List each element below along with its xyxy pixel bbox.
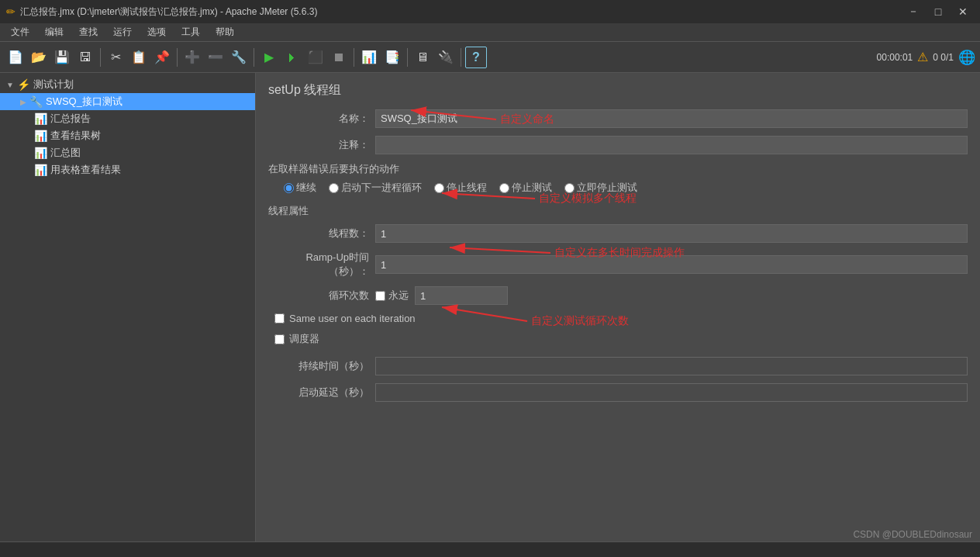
tree-node-results[interactable]: 📊 查看结果树	[0, 127, 255, 144]
statusbar	[0, 541, 980, 557]
results-icon: 📊	[34, 130, 47, 142]
menu-find[interactable]: 查找	[71, 24, 105, 40]
same-user-checkbox[interactable]	[274, 313, 285, 323]
radio-continue[interactable]: 继续	[284, 181, 316, 195]
toolbar-copy[interactable]: 📋	[128, 47, 150, 68]
tree-node-chart-label: 汇总图	[50, 146, 81, 160]
radio-next-loop[interactable]: 启动下一进程循环	[329, 181, 422, 195]
radio-stop-test[interactable]: 停止测试	[499, 181, 552, 195]
scheduler-row: 调度器	[268, 332, 968, 346]
toolbar-globe-icon[interactable]: 🌐	[958, 49, 975, 66]
tree-panel: ▼ ⚡ 测试计划 ▶ 🔧 SWSQ_接口测试 📊 汇总报告 📊 查看结果树	[0, 73, 256, 541]
toolbar-save-all[interactable]: 🖫	[74, 47, 96, 68]
same-user-label[interactable]: Same user on each iteration	[289, 313, 416, 324]
toolbar-help[interactable]: ?	[465, 47, 487, 68]
ramp-up-row: Ramp-Up时间（秒）：	[268, 251, 968, 278]
toolbar-report[interactable]: 📊	[358, 47, 380, 68]
tree-root-label: 测试计划	[33, 78, 74, 92]
section-title: setUp 线程组	[268, 82, 968, 99]
thread-count-input[interactable]	[375, 224, 968, 243]
toolbar-stop[interactable]: ⬛	[305, 47, 326, 68]
radio-stop-now[interactable]: 立即停止测试	[564, 181, 637, 195]
error-section-label: 在取样器错误后要执行的动作	[268, 162, 963, 176]
delay-row: 启动延迟（秒）	[268, 383, 968, 402]
delay-label: 启动延迟（秒）	[268, 386, 369, 400]
menubar: 文件 编辑 查找 运行 选项 工具 帮助	[0, 23, 980, 42]
window-controls: － □ ✕	[902, 4, 974, 19]
toolbar-remote-start[interactable]: 🔌	[435, 47, 457, 68]
test-tree: ▼ ⚡ 测试计划 ▶ 🔧 SWSQ_接口测试 📊 汇总报告 📊 查看结果树	[0, 73, 255, 182]
toolbar-open[interactable]: 📂	[28, 47, 50, 68]
menu-help[interactable]: 帮助	[208, 24, 242, 40]
toolbar-counter: 0 0/1	[933, 52, 954, 63]
toolbar-sep5	[407, 48, 408, 67]
comment-input[interactable]	[375, 136, 968, 154]
app-icon: ✏	[6, 5, 16, 18]
toolbar-add[interactable]: ➕	[181, 47, 203, 68]
config-panel: setUp 线程组 名称： 注释： 在取样器错误后要执行的动作 继续 启动下一进…	[256, 73, 980, 541]
main-layout: ▼ ⚡ 测试计划 ▶ 🔧 SWSQ_接口测试 📊 汇总报告 📊 查看结果树	[0, 73, 980, 541]
loop-forever-checkbox[interactable]	[375, 291, 385, 301]
tree-node-table-label: 用表格查看结果	[50, 163, 121, 177]
toolbar-start-no-pause[interactable]: ⏵	[281, 47, 303, 68]
scheduler-checkbox[interactable]	[274, 334, 285, 344]
menu-file[interactable]: 文件	[3, 24, 37, 40]
menu-tools[interactable]: 工具	[174, 24, 208, 40]
swsq-expand-arrow: ▶	[20, 98, 26, 106]
menu-options[interactable]: 选项	[140, 24, 174, 40]
tree-root-item[interactable]: ▼ ⚡ 测试计划	[0, 76, 255, 93]
tree-node-results-label: 查看结果树	[50, 129, 101, 143]
toolbar-new[interactable]: 📄	[5, 47, 26, 68]
toolbar-timer: 00:00:01	[877, 52, 913, 63]
titlebar: ✏ 汇总报告.jmx (D:\jmeter\测试报告\汇总报告.jmx) - A…	[0, 0, 980, 23]
tree-node-swsq-label: SWSQ_接口测试	[46, 95, 122, 109]
comment-row: 注释：	[268, 136, 968, 154]
duration-label: 持续时间（秒）	[268, 359, 369, 373]
toolbar-remote[interactable]: 🖥	[412, 47, 433, 68]
toolbar-paste[interactable]: 📌	[151, 47, 173, 68]
menu-edit[interactable]: 编辑	[37, 24, 71, 40]
loop-label: 循环次数	[268, 289, 369, 303]
tree-node-summary-label: 汇总报告	[50, 112, 91, 126]
tree-node-table[interactable]: 📊 用表格查看结果	[0, 161, 255, 178]
toolbar-remove[interactable]: ➖	[205, 47, 226, 68]
toolbar-templates[interactable]: 📑	[381, 47, 403, 68]
toolbar-shutdown[interactable]: ⏹	[328, 47, 350, 68]
toolbar-clear[interactable]: 🔧	[228, 47, 250, 68]
delay-input[interactable]	[375, 383, 968, 402]
comment-label: 注释：	[268, 138, 369, 152]
name-input[interactable]	[375, 109, 968, 128]
menu-run[interactable]: 运行	[105, 24, 140, 40]
toolbar-sep2	[177, 48, 178, 67]
tree-node-chart[interactable]: 📊 汇总图	[0, 144, 255, 161]
tree-node-summary[interactable]: 📊 汇总报告	[0, 110, 255, 127]
swsq-icon: 🔧	[29, 95, 43, 108]
toolbar-cut[interactable]: ✂	[105, 47, 126, 68]
loop-forever-label[interactable]: 永远	[375, 289, 409, 303]
thread-attr-label: 线程属性	[268, 204, 968, 218]
ramp-up-label: Ramp-Up时间（秒）：	[268, 251, 369, 278]
toolbar-sep4	[354, 48, 354, 67]
root-expand-arrow: ▼	[6, 81, 14, 89]
loop-forever-text: 永远	[388, 289, 409, 303]
name-label: 名称：	[268, 112, 369, 126]
duration-input[interactable]	[375, 357, 968, 375]
ramp-up-input[interactable]	[375, 255, 968, 274]
maximize-button[interactable]: □	[927, 4, 949, 19]
close-button[interactable]: ✕	[952, 4, 974, 19]
watermark: CSDN @DOUBLEDdinosaur	[853, 529, 972, 540]
tree-node-swsq[interactable]: ▶ 🔧 SWSQ_接口测试	[0, 93, 255, 110]
minimize-button[interactable]: －	[902, 4, 924, 19]
same-user-row: Same user on each iteration	[268, 313, 968, 324]
scheduler-label[interactable]: 调度器	[289, 332, 319, 346]
toolbar-start[interactable]: ▶	[258, 47, 280, 68]
toolbar-warning-icon: ⚠	[917, 50, 928, 64]
toolbar: 📄 📂 💾 🖫 ✂ 📋 📌 ➕ ➖ 🔧 ▶ ⏵ ⬛ ⏹ 📊 📑 🖥 🔌 ? 00…	[0, 42, 980, 73]
radio-stop-thread[interactable]: 停止线程	[434, 181, 487, 195]
loop-count-input[interactable]	[415, 286, 508, 305]
error-section: 在取样器错误后要执行的动作 继续 启动下一进程循环 停止线程 停止测试 立即停止…	[268, 162, 968, 195]
table-icon: 📊	[34, 164, 47, 176]
toolbar-save[interactable]: 💾	[51, 47, 73, 68]
summary-icon: 📊	[34, 112, 47, 125]
loop-row: 循环次数 永远	[268, 286, 968, 305]
